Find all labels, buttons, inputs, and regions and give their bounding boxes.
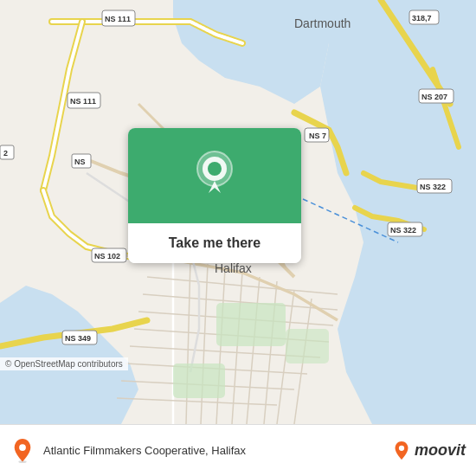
svg-text:NS 207: NS 207 — [421, 93, 447, 101]
footer-location-label: Atlantic Filmmakers Cooperative, Halifax — [43, 444, 246, 457]
location-pin-icon — [193, 150, 236, 202]
svg-line-14 — [134, 329, 329, 342]
svg-line-12 — [143, 294, 338, 310]
svg-text:NS 7: NS 7 — [309, 132, 326, 140]
svg-line-4 — [201, 264, 208, 424]
svg-rect-19 — [216, 303, 286, 346]
svg-text:NS 111: NS 111 — [105, 15, 131, 23]
svg-line-6 — [232, 273, 242, 424]
take-me-there-button[interactable]: Take me there — [128, 223, 301, 263]
svg-line-9 — [277, 290, 294, 424]
svg-text:NS 102: NS 102 — [94, 252, 120, 261]
svg-text:318,7: 318,7 — [412, 14, 432, 23]
svg-rect-26 — [68, 93, 100, 108]
footer-location-icon — [10, 439, 35, 463]
svg-rect-44 — [72, 154, 91, 168]
svg-line-7 — [247, 277, 260, 424]
svg-rect-40 — [62, 331, 97, 344]
svg-text:NS 349: NS 349 — [65, 334, 91, 343]
svg-line-1 — [303, 199, 398, 242]
moovit-pin-icon — [392, 441, 411, 460]
map-attribution: © OpenStreetMap contributors — [0, 357, 128, 370]
svg-line-17 — [121, 381, 294, 389]
svg-text:NS 111: NS 111 — [70, 97, 96, 106]
svg-rect-42 — [0, 145, 14, 159]
svg-rect-28 — [305, 128, 329, 142]
svg-rect-32 — [419, 89, 453, 103]
svg-line-10 — [294, 299, 312, 424]
svg-line-8 — [264, 281, 277, 424]
svg-point-51 — [19, 444, 26, 451]
svg-line-11 — [147, 277, 338, 294]
attribution-text: © OpenStreetMap contributors — [5, 359, 123, 369]
svg-rect-34 — [417, 179, 452, 193]
footer-bar: Atlantic Filmmakers Cooperative, Halifax… — [0, 424, 476, 476]
svg-text:2: 2 — [3, 149, 8, 158]
svg-line-16 — [125, 363, 307, 374]
svg-line-13 — [138, 312, 333, 325]
moovit-brand-name: moovit — [415, 441, 466, 460]
svg-text:NS 322: NS 322 — [420, 183, 446, 191]
map-container: Dartmouth Halifax NS 111 NS 111 NS 7 318… — [0, 0, 476, 424]
svg-rect-21 — [286, 329, 329, 363]
svg-line-18 — [117, 398, 277, 405]
svg-line-15 — [130, 346, 320, 357]
svg-text:NS: NS — [74, 158, 86, 166]
card-green-section — [128, 128, 301, 223]
svg-rect-36 — [388, 222, 422, 236]
svg-text:Halifax: Halifax — [215, 261, 252, 275]
svg-rect-30 — [409, 10, 439, 24]
svg-rect-38 — [92, 248, 126, 262]
take-me-there-card: Take me there — [128, 128, 301, 263]
svg-point-52 — [399, 445, 404, 450]
svg-text:Dartmouth: Dartmouth — [294, 16, 351, 30]
svg-line-3 — [186, 260, 190, 424]
moovit-logo: moovit — [392, 441, 466, 460]
svg-point-48 — [208, 162, 222, 176]
svg-rect-24 — [102, 10, 135, 26]
svg-rect-20 — [173, 363, 225, 398]
svg-line-5 — [216, 268, 225, 424]
svg-text:NS 322: NS 322 — [390, 226, 416, 235]
